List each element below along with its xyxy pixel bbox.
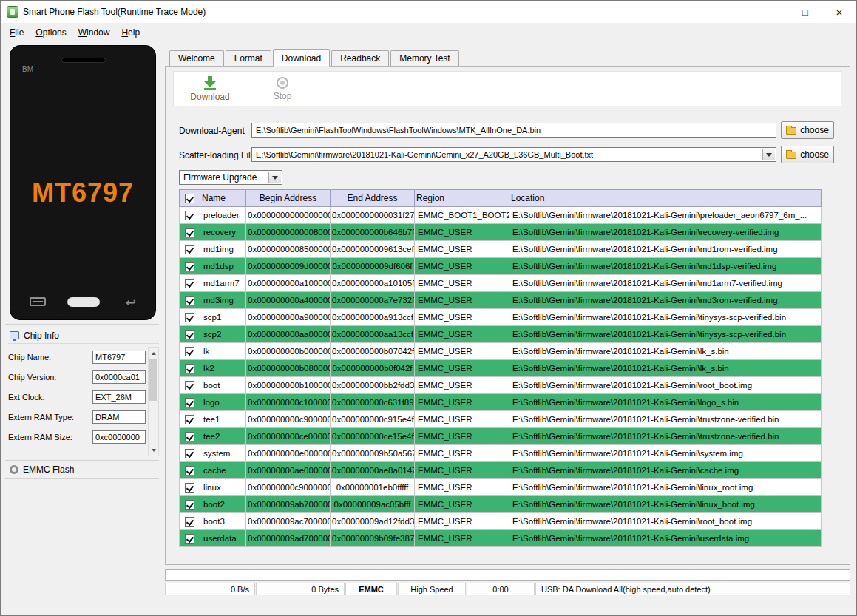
table-row[interactable]: tee10x000000000c9000000x000000000c915e4f…: [180, 411, 822, 428]
tab-readback[interactable]: Readback: [331, 50, 389, 66]
table-row[interactable]: md3img0x000000000a4000000x000000000a7e73…: [180, 292, 822, 309]
cell-end: 0x000000000b646b7f: [331, 224, 415, 241]
choose-agent-button[interactable]: choose: [781, 121, 834, 139]
table-row[interactable]: lk20x000000000b0800000x000000000b0f042fE…: [180, 360, 822, 377]
cell-begin: 0x0000000009d00000: [246, 258, 331, 275]
cell-region: EMMC_USER: [415, 343, 509, 360]
menu-file[interactable]: File: [4, 24, 30, 41]
cell-name: cache: [200, 462, 246, 479]
row-checkbox[interactable]: [185, 517, 194, 527]
row-checkbox[interactable]: [185, 228, 194, 237]
ext-clock-field[interactable]: EXT_26M: [92, 390, 146, 404]
cell-name: logo: [200, 394, 246, 411]
row-checkbox-cell: [180, 496, 200, 513]
choose-scatter-button[interactable]: choose: [781, 146, 834, 163]
menu-window[interactable]: Window: [72, 24, 116, 41]
ram-size-field[interactable]: 0xc0000000: [92, 430, 146, 444]
menu-options[interactable]: Options: [30, 24, 72, 41]
row-checkbox[interactable]: [185, 483, 194, 493]
app-window: Smart Phone Flash Tool(Runtime Trace Mod…: [0, 0, 857, 616]
table-row[interactable]: userdata0x00000009ad7000000x00000009b09f…: [180, 530, 822, 547]
table-row[interactable]: system0x000000000e0000000x000000009b50a5…: [180, 445, 822, 462]
row-checkbox-cell: [180, 377, 200, 394]
cell-location: E:\Softlib\Gemini\firmware\20181021-Kali…: [509, 394, 822, 411]
row-checkbox[interactable]: [185, 364, 194, 373]
row-checkbox[interactable]: [185, 330, 194, 339]
row-checkbox[interactable]: [185, 245, 194, 254]
row-checkbox[interactable]: [185, 415, 194, 424]
scatter-file-combobox[interactable]: E:\Softlib\Gemini\firmware\20181021-Kali…: [251, 147, 776, 162]
chevron-down-icon[interactable]: [762, 149, 775, 160]
minimize-button[interactable]: —: [754, 1, 788, 23]
download-button[interactable]: Download: [174, 72, 246, 106]
cell-name: scp2: [200, 326, 246, 343]
table-row[interactable]: tee20x000000000ce000000x000000000ce15e4f…: [180, 428, 822, 445]
download-agent-field[interactable]: E:\Softlib\Gemini\FlashToolWindows\Flash…: [251, 123, 776, 138]
table-row[interactable]: scp20x000000000aa000000x000000000aa13ccf…: [180, 326, 822, 343]
cell-end: 0x00000009b09fe387: [331, 530, 415, 547]
row-checkbox[interactable]: [185, 296, 194, 305]
row-checkbox[interactable]: [185, 398, 194, 407]
row-checkbox[interactable]: [185, 381, 194, 390]
row-checkbox[interactable]: [185, 449, 194, 458]
scrollbar-thumb[interactable]: [149, 359, 157, 401]
tab-format[interactable]: Format: [226, 50, 271, 66]
tab-welcome[interactable]: Welcome: [169, 50, 224, 66]
row-checkbox[interactable]: [185, 262, 194, 271]
cell-end: 0x00000000ae8a0147: [331, 462, 415, 479]
chevron-down-icon[interactable]: [268, 172, 281, 183]
table-row[interactable]: recovery0x00000000000080000x000000000b64…: [180, 224, 822, 241]
download-mode-dropdown[interactable]: Firmware Upgrade: [179, 170, 282, 185]
table-row[interactable]: linux0x00000000c90000000x00000001eb0ffff…: [180, 479, 822, 496]
row-checkbox[interactable]: [185, 466, 194, 475]
tab-download[interactable]: Download: [273, 49, 330, 67]
cell-region: EMMC_USER: [415, 513, 509, 530]
table-row[interactable]: logo0x000000000c1000000x000000000c631f89…: [180, 394, 822, 411]
row-checkbox-cell: [180, 326, 200, 343]
ext-clock-label: Ext Clock:: [8, 393, 92, 402]
header-region: Region: [415, 190, 509, 207]
cell-location: E:\Softlib\Gemini\firmware\20181021-Kali…: [509, 530, 822, 547]
chip-info-scrollbar[interactable]: [148, 347, 159, 456]
table-row[interactable]: preloader0x00000000000000000x00000000000…: [180, 207, 822, 224]
table-row[interactable]: cache0x00000000ae0000000x00000000ae8a014…: [180, 462, 822, 479]
table-row[interactable]: lk0x000000000b0000000x000000000b07042fEM…: [180, 343, 822, 360]
row-checkbox[interactable]: [185, 500, 194, 510]
row-checkbox[interactable]: [185, 279, 194, 288]
row-checkbox[interactable]: [185, 534, 194, 544]
row-checkbox[interactable]: [185, 347, 194, 356]
table-row[interactable]: boot0x000000000b1000000x000000000bb2fdd3…: [180, 377, 822, 394]
select-all-checkbox[interactable]: [185, 194, 194, 203]
table-row[interactable]: boot30x00000009ac7000000x00000009ad12fdd…: [180, 513, 822, 530]
table-row[interactable]: boot20x00000009ab7000000x00000009ac05bff…: [180, 496, 822, 513]
table-row[interactable]: md1dsp0x0000000009d000000x0000000009df60…: [180, 258, 822, 275]
download-icon: [202, 76, 218, 90]
window-controls: — □ ×: [754, 1, 856, 23]
chip-name-field[interactable]: MT6797: [92, 351, 146, 364]
row-checkbox[interactable]: [185, 432, 194, 441]
scroll-down-icon[interactable]: [149, 444, 158, 456]
table-row[interactable]: md1img0x00000000085000000x0000000009613c…: [180, 241, 822, 258]
scroll-up-icon[interactable]: [149, 348, 158, 359]
chip-version-label: Chip Version:: [8, 373, 92, 382]
row-checkbox[interactable]: [185, 211, 194, 220]
menu-help[interactable]: Help: [115, 24, 146, 41]
table-row[interactable]: md1arm70x000000000a1000000x000000000a101…: [180, 275, 822, 292]
chip-info-title: Chip Info: [24, 331, 59, 341]
table-row[interactable]: scp10x000000000a9000000x000000000a913ccf…: [180, 309, 822, 326]
cell-begin: 0x000000000c100000: [246, 394, 331, 411]
maximize-button[interactable]: □: [788, 1, 822, 23]
stop-button[interactable]: Stop: [246, 72, 319, 106]
cell-region: EMMC_USER: [415, 292, 509, 309]
download-mode-value: Firmware Upgrade: [183, 172, 257, 183]
row-checkbox-cell: [180, 530, 200, 547]
cell-location: E:\Softlib\Gemini\firmware\20181021-Kali…: [509, 292, 822, 309]
tab-memory-test[interactable]: Memory Test: [390, 50, 458, 66]
row-checkbox[interactable]: [185, 313, 194, 322]
phone-home-button: [67, 297, 100, 307]
folder-icon: [786, 152, 796, 159]
divider: [5, 460, 159, 461]
chip-version-field[interactable]: 0x0000ca01: [92, 370, 146, 384]
ram-type-field[interactable]: DRAM: [92, 410, 146, 424]
close-button[interactable]: ×: [822, 1, 856, 23]
